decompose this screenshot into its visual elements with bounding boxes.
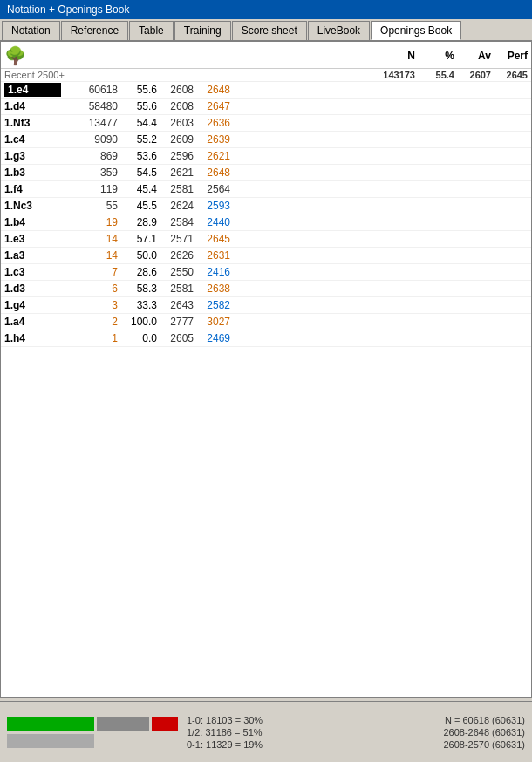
val-n: 55 [61,200,118,212]
tab-openingsbook[interactable]: Openings Book [371,21,461,40]
stat6: 2608-2570 (60631) [443,739,525,750]
data-table: 1.e46061855.6260826481.d45848055.6260826… [1,82,531,347]
val-av: 2605 [157,332,194,344]
summary-n: 143173 [358,70,415,80]
sub-header-label: Recent 2500+ [4,70,358,80]
val-pct: 58.3 [118,282,157,295]
tab-table[interactable]: Table [129,21,174,40]
move-cell: 1.Nf3 [4,117,61,129]
val-perf: 2636 [194,117,230,129]
stat3: 0-1: 11329 = 19% [187,739,263,750]
val-pct: 28.9 [118,216,157,228]
val-perf: 2645 [194,233,230,245]
table-row[interactable]: 1.c3728.625502416 [1,264,531,281]
val-av: 2603 [157,117,194,129]
col-pct-header: % [415,50,454,62]
val-n: 13477 [61,117,118,129]
val-perf: 2582 [194,299,230,311]
tab-livebook[interactable]: LiveBook [308,21,370,40]
move-cell: 1.e4 [4,83,61,97]
val-av: 2608 [157,100,194,112]
move-cell: 1.b3 [4,167,61,179]
main-content: 🌳 N % Av Perf Recent 2500+ 143173 55.4 2… [0,41,532,698]
val-n: 6 [61,282,118,295]
bar-gray [97,717,149,731]
move-cell: 1.e3 [4,233,61,245]
val-perf: 2631 [194,249,230,262]
tab-bar: Notation Reference Table Training Score … [0,19,532,41]
val-av: 2581 [157,183,194,195]
col-av-header: Av [454,50,491,62]
title-bar: Notation + Openings Book [0,0,532,19]
val-perf: 2564 [194,183,230,195]
val-n: 14 [61,233,118,245]
val-av: 2550 [157,266,194,278]
table-row[interactable]: 1.h410.026052469 [1,330,531,347]
val-n: 869 [61,150,118,162]
bar-red [152,717,178,731]
move-cell: 1.b4 [4,216,61,228]
val-pct: 33.3 [118,299,157,311]
bottom-bar: 1-0: 18103 = 30% N = 60618 (60631) 1/2: … [0,701,532,762]
val-n: 58480 [61,100,118,112]
val-pct: 0.0 [118,332,157,344]
table-row[interactable]: 1.Nf31347754.426032636 [1,115,531,132]
val-perf: 3027 [194,316,230,328]
table-row[interactable]: 1.e46061855.626082648 [1,82,531,99]
val-pct: 57.1 [118,233,157,245]
move-cell: 1.c3 [4,266,61,278]
stat4: N = 60618 (60631) [445,715,525,725]
table-row[interactable]: 1.b335954.526212648 [1,165,531,181]
move-cell: 1.g4 [4,299,61,311]
move-cell: 1.f4 [4,183,61,195]
move-cell: 1.a3 [4,249,61,262]
table-row[interactable]: 1.d3658.325812638 [1,281,531,297]
val-n: 359 [61,167,118,179]
val-n: 3 [61,299,118,311]
val-n: 19 [61,216,118,228]
val-av: 2596 [157,150,194,162]
table-row[interactable]: 1.a42100.027773027 [1,314,531,330]
val-perf: 2639 [194,133,230,146]
val-n: 2 [61,316,118,328]
table-row[interactable]: 1.d45848055.626082647 [1,99,531,115]
val-n: 119 [61,183,118,195]
table-row[interactable]: 1.Nc35545.526242593 [1,198,531,214]
stat1: 1-0: 18103 = 30% [187,715,263,725]
val-pct: 54.5 [118,167,157,179]
val-perf: 2648 [194,84,230,96]
table-row[interactable]: 1.g4333.326432582 [1,297,531,314]
val-pct: 55.6 [118,84,157,96]
val-perf: 2647 [194,100,230,112]
table-row[interactable]: 1.e31457.125712645 [1,231,531,248]
val-av: 2777 [157,316,194,328]
bar-gray2 [7,734,94,748]
val-pct: 45.4 [118,183,157,195]
table-row[interactable]: 1.g386953.625962621 [1,148,531,165]
tab-reference[interactable]: Reference [61,21,128,40]
move-cell: 1.c4 [4,133,61,146]
val-perf: 2593 [194,200,230,212]
stat5: 2608-2648 (60631) [443,727,525,738]
move-cell: 1.g3 [4,150,61,162]
move-cell: 1.Nc3 [4,200,61,212]
bar-green [7,717,94,731]
table-row[interactable]: 1.f411945.425812564 [1,181,531,198]
val-av: 2581 [157,282,194,295]
title-label: Notation + Openings Book [7,3,129,16]
val-av: 2626 [157,249,194,262]
val-av: 2608 [157,84,194,96]
table-row[interactable]: 1.c4909055.226092639 [1,132,531,148]
tab-scoresheet[interactable]: Score sheet [232,21,307,40]
move-cell: 1.a4 [4,316,61,328]
val-pct: 55.2 [118,133,157,146]
stat2: 1/2: 31186 = 51% [187,727,263,738]
table-row[interactable]: 1.b41928.925842440 [1,214,531,231]
table-row[interactable]: 1.a31450.026262631 [1,248,531,264]
val-perf: 2440 [194,216,230,228]
val-av: 2609 [157,133,194,146]
val-perf: 2416 [194,266,230,278]
tab-notation[interactable]: Notation [2,21,60,40]
tab-training[interactable]: Training [174,21,231,40]
summary-pct: 55.4 [415,70,454,80]
